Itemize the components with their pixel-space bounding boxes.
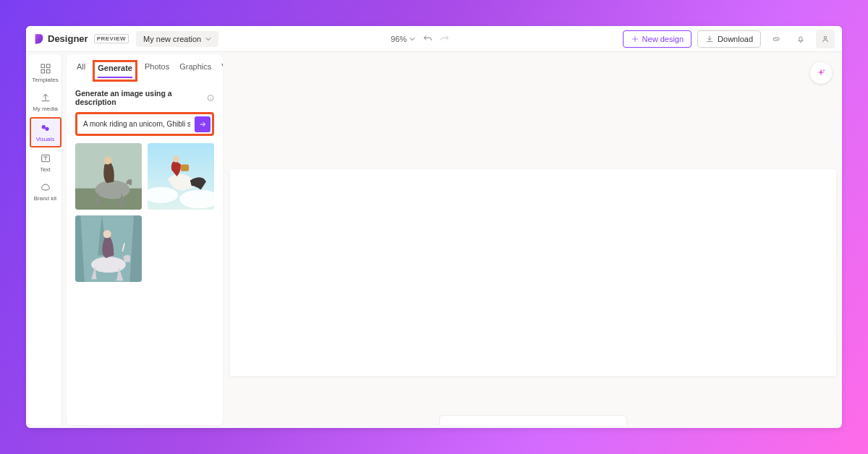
app-window: Designer PREVIEW My new creation 96% New… (26, 26, 842, 428)
rail-brand-kit-label: Brand kit (34, 195, 57, 202)
svg-point-20 (103, 230, 111, 238)
generated-image-2 (148, 143, 214, 210)
prompt-input-highlight (75, 112, 214, 136)
download-label: Download (718, 35, 753, 43)
rail-visuals-label: Visuals (36, 136, 55, 142)
generate-submit-button[interactable] (195, 116, 210, 132)
visuals-panel: All Generate Photos Graphics Videos Gene… (67, 55, 223, 425)
svg-rect-4 (46, 69, 50, 73)
generate-description-label: Generate an image using a description (75, 89, 214, 106)
account-button[interactable] (816, 30, 835, 48)
zoom-value: 96% (391, 35, 407, 43)
rail-visuals[interactable]: Visuals (31, 119, 60, 146)
bell-icon (796, 35, 805, 43)
ai-assist-button[interactable] (810, 62, 832, 84)
designer-logo-icon (33, 33, 45, 45)
svg-rect-2 (46, 64, 50, 68)
svg-point-16 (173, 155, 179, 162)
redo-icon[interactable] (440, 34, 450, 44)
svg-point-19 (91, 257, 126, 273)
visuals-highlight: Visuals (30, 117, 61, 147)
tab-photos[interactable]: Photos (145, 62, 169, 82)
generate-tab-highlight: Generate (93, 60, 137, 82)
chevron-down-icon (205, 36, 211, 42)
zoom-control[interactable]: 96% (391, 35, 415, 43)
sparkle-icon (815, 67, 827, 79)
svg-point-0 (824, 36, 827, 39)
link-button[interactable] (767, 30, 786, 48)
result-thumb-2[interactable] (148, 143, 214, 210)
file-name-dropdown[interactable]: My new creation (136, 31, 218, 47)
tab-all[interactable]: All (77, 62, 85, 82)
plus-icon (631, 35, 639, 43)
arrow-right-icon (198, 120, 207, 129)
rail-brand-kit[interactable]: Brand kit (31, 178, 60, 205)
svg-point-6 (45, 127, 48, 131)
tab-videos[interactable]: Videos (221, 62, 223, 82)
svg-point-12 (104, 156, 112, 164)
svg-rect-3 (41, 69, 45, 73)
new-design-button[interactable]: New design (623, 30, 692, 48)
app-name: Designer (48, 33, 88, 44)
rail-templates[interactable]: Templates (31, 59, 60, 87)
rail-my-media[interactable]: My media (31, 88, 60, 116)
rail-my-media-label: My media (33, 106, 58, 112)
svg-point-11 (95, 181, 130, 200)
generate-label-text: Generate an image using a description (75, 89, 204, 106)
top-bar: Designer PREVIEW My new creation 96% New… (26, 26, 842, 52)
undo-icon[interactable] (422, 34, 433, 44)
results-grid (75, 143, 214, 282)
templates-icon (40, 63, 51, 74)
notifications-button[interactable] (791, 30, 810, 48)
brand-kit-icon (40, 181, 51, 193)
new-design-label: New design (642, 35, 684, 43)
generated-image-1 (75, 143, 142, 210)
prompt-input[interactable] (79, 116, 195, 132)
generated-image-3 (75, 215, 142, 282)
rail-templates-label: Templates (32, 77, 58, 83)
panel-body: Generate an image using a description (67, 82, 223, 289)
rail-text-label: Text (40, 166, 51, 173)
link-icon (772, 35, 780, 43)
brand: Designer PREVIEW (33, 33, 129, 45)
info-icon[interactable] (207, 94, 214, 102)
page-thumbnail-tray[interactable] (439, 415, 627, 425)
panel-tabs: All Generate Photos Graphics Videos (67, 55, 223, 82)
tab-graphics[interactable]: Graphics (179, 62, 211, 82)
download-icon (705, 35, 714, 43)
rail-text[interactable]: Text (31, 149, 60, 176)
download-button[interactable]: Download (697, 30, 761, 48)
person-icon (821, 35, 830, 43)
topbar-right: New design Download (623, 30, 835, 48)
tab-generate[interactable]: Generate (98, 64, 132, 78)
text-icon (40, 153, 51, 164)
chevron-down-icon (409, 36, 415, 42)
left-rail: Templates My media Visuals Text Brand ki… (29, 55, 62, 425)
upload-icon (40, 92, 51, 103)
file-name-label: My new creation (143, 35, 201, 43)
design-canvas[interactable] (230, 169, 836, 376)
svg-rect-17 (181, 164, 189, 171)
app-body: Templates My media Visuals Text Brand ki… (26, 52, 842, 428)
canvas-area (227, 55, 839, 425)
topbar-center: 96% (218, 34, 622, 44)
result-thumb-1[interactable] (75, 143, 142, 210)
svg-point-5 (41, 125, 45, 129)
svg-rect-1 (41, 64, 45, 68)
preview-badge: PREVIEW (94, 34, 129, 43)
visuals-icon (40, 122, 51, 134)
result-thumb-3[interactable] (75, 215, 142, 282)
